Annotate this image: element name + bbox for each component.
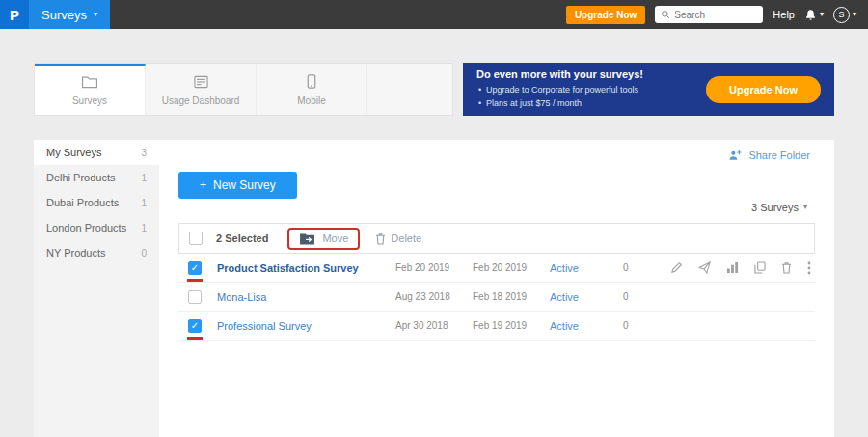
account-menu[interactable]: S ▾ [833,7,856,23]
created-date: Aug 23 2018 [395,291,473,302]
tab-surveys[interactable]: Surveys [35,64,146,115]
survey-row: Mona-Lisa Aug 23 2018 Feb 18 2019 Active… [178,283,815,312]
stats-chart-icon[interactable] [726,261,739,274]
created-date: Apr 30 2018 [395,320,473,331]
promo-bullet-1: Upgrade to Corporate for powerful tools [476,84,643,97]
folder-count: 1 [141,173,147,183]
folder-label: My Surveys [46,147,101,158]
main-panel: My Surveys 3 Delhi Products 1 Dubai Prod… [34,140,834,437]
delete-label: Delete [391,232,421,244]
delete-button[interactable]: Delete [375,232,421,245]
share-folder-label: Share Folder [748,150,810,161]
status-label: Active [550,320,623,332]
product-menu[interactable]: Surveys ▾ [29,0,110,29]
product-menu-label: Surveys [41,8,87,22]
top-bar: P Surveys ▾ Upgrade Now Help ▾ S ▾ [0,0,868,29]
sidebar-item-my-surveys[interactable]: My Surveys 3 [34,140,159,165]
mobile-icon [307,74,316,91]
help-link[interactable]: Help [773,9,795,20]
send-plane-icon[interactable] [698,261,711,274]
modified-date: Feb 20 2019 [473,262,550,273]
survey-row: Product Satisfaction Survey Feb 20 2019 … [178,254,815,283]
new-survey-label: New Survey [213,178,276,192]
move-button-annotated[interactable]: Move [287,228,360,250]
chevron-down-icon: ▾ [94,11,97,18]
tab-mobile[interactable]: Mobile [257,64,367,115]
survey-name-link[interactable]: Product Satisfaction Survey [217,262,395,274]
move-folder-icon [299,232,315,245]
sidebar-item-dubai-products[interactable]: Dubai Products 1 [34,190,159,215]
survey-list: Product Satisfaction Survey Feb 20 2019 … [178,254,815,341]
promo-text: Do even more with your surveys! Upgrade … [476,68,643,110]
chevron-down-icon: ▾ [803,204,807,211]
row-actions [670,261,815,275]
copy-icon[interactable] [754,261,766,274]
responses-count: 0 [623,320,667,331]
tab-usage-dashboard[interactable]: Usage Dashboard [146,64,257,115]
modified-date: Feb 18 2019 [473,291,550,302]
promo-bullet-2: Plans at just $75 / month [476,97,643,111]
folder-label: Dubai Products [46,197,119,208]
share-people-icon [728,150,743,161]
search-input[interactable] [674,10,757,20]
folder-label: NY Products [46,247,106,259]
promo-banner: Do even more with your surveys! Upgrade … [463,63,834,116]
chevron-down-icon: ▾ [853,11,856,18]
folder-count: 1 [141,198,147,208]
status-label: Active [550,262,623,274]
modified-date: Feb 19 2019 [473,320,550,331]
tab-label: Mobile [297,96,325,106]
dashboard-icon [193,75,209,91]
edit-pencil-icon[interactable] [670,261,683,274]
sidebar-item-delhi-products[interactable]: Delhi Products 1 [34,165,159,190]
notifications-button[interactable]: ▾ [804,9,824,21]
folder-count: 3 [141,148,147,158]
responses-count: 0 [623,262,667,273]
row-checkbox[interactable] [188,290,202,304]
section-tabs: Surveys Usage Dashboard Mobile [34,63,453,116]
folder-label: London Products [46,222,126,233]
responses-count: 0 [623,291,667,302]
row-checkbox[interactable] [188,319,202,333]
survey-name-link[interactable]: Professional Survey [217,320,395,332]
selected-count-label: 2 Selected [216,232,268,244]
survey-count-label: 3 Surveys [751,202,799,213]
trash-icon[interactable] [781,261,792,274]
share-folder-link[interactable]: Share Folder [728,150,810,161]
folder-label: Delhi Products [46,172,116,183]
upgrade-now-button[interactable]: Upgrade Now [566,6,645,24]
avatar: S [833,7,850,23]
sidebar-item-ny-products[interactable]: NY Products 0 [34,240,159,265]
topbar-right: Upgrade Now Help ▾ S ▾ [566,6,868,24]
move-label: Move [322,232,348,244]
survey-name-link[interactable]: Mona-Lisa [217,291,395,303]
search-box[interactable] [655,6,763,23]
tabs-filler [367,64,452,115]
folder-count: 1 [141,223,147,233]
survey-count-dropdown[interactable]: 3 Surveys ▾ [751,202,807,213]
folder-icon [81,75,98,91]
search-icon [661,10,670,19]
survey-row: Professional Survey Apr 30 2018 Feb 19 2… [178,312,815,341]
sidebar-item-london-products[interactable]: London Products 1 [34,215,159,240]
tab-label: Surveys [72,96,107,106]
trash-icon [375,232,386,245]
upgrade-now-cta-button[interactable]: Upgrade Now [706,76,821,103]
folder-count: 0 [141,248,147,259]
chevron-down-icon: ▾ [820,11,824,18]
kebab-menu-icon[interactable] [807,261,811,275]
app-logo[interactable]: P [0,0,29,29]
select-all-checkbox[interactable] [189,232,203,245]
bell-icon [804,9,817,21]
surveys-content: Share Folder + New Survey 3 Surveys ▾ 2 … [159,140,834,437]
new-survey-button[interactable]: + New Survey [178,172,297,199]
created-date: Feb 20 2019 [395,262,473,273]
row-checkbox[interactable] [188,261,202,275]
tab-label: Usage Dashboard [162,96,240,106]
bulk-actions-toolbar: 2 Selected Move Delete [178,223,815,254]
plus-icon: + [200,178,206,192]
status-label: Active [550,291,623,303]
promo-title: Do even more with your surveys! [476,68,643,80]
folders-sidebar: My Surveys 3 Delhi Products 1 Dubai Prod… [34,140,159,437]
